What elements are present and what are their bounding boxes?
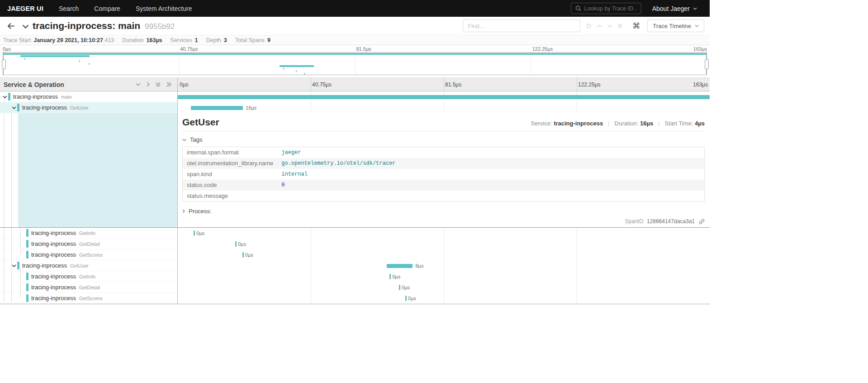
back-button[interactable] xyxy=(5,21,18,31)
span-duration-label: 16µs xyxy=(246,105,256,110)
span-bar[interactable] xyxy=(191,106,243,110)
span-row[interactable]: tracing-inprocess GetUser 8µs xyxy=(0,260,710,271)
detail-header: GetUser Service: tracing-inprocessDurati… xyxy=(182,117,705,128)
span-operation: GetScores xyxy=(79,252,103,258)
span-row-timeline[interactable]: 0µs xyxy=(178,239,710,249)
tag-row[interactable]: status.code 0 xyxy=(183,180,705,191)
tag-row[interactable]: otel.instrumentation_library.name go.ope… xyxy=(183,158,705,169)
span-bar[interactable] xyxy=(242,252,244,258)
span-bar[interactable] xyxy=(399,285,400,290)
span-id-row: SpanID: 128664147daca3a1 xyxy=(182,215,705,225)
minimap-span-bar xyxy=(3,53,707,55)
tag-row[interactable]: internal.span.format jaeger xyxy=(183,147,705,158)
tag-key: status.code xyxy=(183,180,278,191)
tag-row[interactable]: status.message xyxy=(183,191,705,201)
span-row[interactable]: tracing-inprocess GetUser 16µs xyxy=(0,102,710,113)
stat-value: 3 xyxy=(224,37,227,43)
span-row-timeline[interactable]: 8µs xyxy=(178,260,710,271)
clear-find-icon[interactable] xyxy=(615,24,625,28)
span-row[interactable]: tracing-inprocess GetScores 0µs xyxy=(0,249,710,260)
lookup-input[interactable] xyxy=(584,5,637,12)
span-row-left[interactable]: tracing-inprocess main xyxy=(0,91,178,102)
expander-chevron-icon[interactable] xyxy=(11,106,17,109)
stat-value: January 29 2021, 10:10:27 xyxy=(33,37,103,43)
detail-meta-item: Duration: 16µs xyxy=(603,120,653,127)
trace-view-selector[interactable]: Trace Timeline xyxy=(647,19,704,32)
collapse-all-icon[interactable] xyxy=(156,82,161,87)
detail-meta: Service: tracing-inprocessDuration: 16µs… xyxy=(531,117,705,127)
stat-label: Services xyxy=(171,37,192,43)
focus-match-icon[interactable] xyxy=(583,23,594,29)
collapse-one-icon[interactable] xyxy=(136,83,141,86)
span-operation: GetDetail xyxy=(79,241,100,247)
span-row-left[interactable]: tracing-inprocess GetScores xyxy=(0,293,178,304)
tag-value: go.opentelemetry.io/otel/sdk/tracer xyxy=(277,158,704,169)
span-row[interactable]: tracing-inprocess main xyxy=(0,91,710,102)
span-row[interactable]: tracing-inprocess GetDetail 0µs xyxy=(0,239,710,249)
span-row[interactable]: tracing-inprocess GetInfo 0µs xyxy=(0,228,710,239)
trace-stat: Duration163µs xyxy=(122,37,162,43)
find-input[interactable] xyxy=(463,19,580,32)
tags-section-header[interactable]: Tags xyxy=(182,136,705,143)
prev-match-icon[interactable] xyxy=(594,24,605,28)
stat-value: 9 xyxy=(267,37,270,43)
stat-label: Depth xyxy=(206,37,221,43)
detail-meta-label: Start Time: xyxy=(665,120,693,127)
trace-timeline: Service & Operation 0µs40.75µs81.5µs1 xyxy=(0,77,710,304)
minimap-canvas[interactable] xyxy=(3,52,707,75)
span-bar[interactable] xyxy=(405,296,407,301)
span-row-timeline[interactable]: 0µs xyxy=(178,249,710,260)
span-bar[interactable] xyxy=(194,230,195,236)
trace-collapse-toggle[interactable] xyxy=(22,24,29,29)
tags-table-body: internal.span.format jaeger otel.instrum… xyxy=(183,147,705,201)
next-match-icon[interactable] xyxy=(605,24,615,28)
jaeger-logo[interactable]: JAEGER UI xyxy=(7,5,43,12)
span-row-left[interactable]: tracing-inprocess GetScores xyxy=(0,249,178,260)
span-duration-label: 0µs xyxy=(392,274,400,279)
span-row-timeline[interactable] xyxy=(178,91,710,102)
trace-id-lookup[interactable] xyxy=(571,3,641,14)
span-bar[interactable] xyxy=(235,241,237,247)
nav-link[interactable]: Search xyxy=(59,5,79,12)
time-tick-label: 122.25µs xyxy=(532,46,553,52)
span-row-left[interactable]: tracing-inprocess GetUser xyxy=(0,102,178,113)
expander-chevron-icon[interactable] xyxy=(11,264,17,267)
tag-row[interactable]: span.kind internal xyxy=(183,169,705,180)
span-service: tracing-inprocess xyxy=(31,240,76,247)
span-row-left[interactable]: tracing-inprocess GetInfo xyxy=(0,271,178,282)
span-row-timeline[interactable]: 0µs xyxy=(178,282,710,293)
span-operation: main xyxy=(61,94,72,100)
minimap-right-scrubber[interactable] xyxy=(706,53,707,75)
span-service: tracing-inprocess xyxy=(31,251,76,258)
about-jaeger-menu[interactable]: About Jaeger xyxy=(652,5,697,12)
span-bar[interactable] xyxy=(387,264,413,268)
process-section-header[interactable]: Process: xyxy=(182,208,705,215)
keyboard-shortcuts-icon[interactable]: ⌘ xyxy=(632,22,640,30)
span-row[interactable]: tracing-inprocess GetScores 0µs xyxy=(0,293,710,304)
expand-all-icon[interactable] xyxy=(166,82,171,87)
deep-link-icon[interactable] xyxy=(699,219,705,225)
span-row-left[interactable]: tracing-inprocess GetInfo xyxy=(0,228,178,239)
span-row-timeline[interactable]: 0µs xyxy=(178,228,710,239)
span-row-left[interactable]: tracing-inprocess GetDetail xyxy=(0,282,178,293)
span-row[interactable]: tracing-inprocess GetInfo 0µs xyxy=(0,271,710,282)
expander-chevron-icon[interactable] xyxy=(2,96,8,98)
span-row-left[interactable]: tracing-inprocess GetDetail xyxy=(0,239,178,249)
span-row-timeline[interactable]: 0µs xyxy=(178,271,710,282)
detail-meta-value: tracing-inprocess xyxy=(554,120,603,127)
span-row[interactable]: tracing-inprocess GetDetail 0µs xyxy=(0,282,710,293)
chevron-down-icon xyxy=(182,139,186,141)
span-bar[interactable] xyxy=(178,95,710,99)
span-bar[interactable] xyxy=(389,274,391,279)
minimap-left-scrubber[interactable] xyxy=(3,53,4,75)
column-resizer[interactable] xyxy=(177,77,178,304)
span-service: tracing-inprocess xyxy=(22,262,67,269)
nav-link[interactable]: Compare xyxy=(94,5,120,12)
tags-section-title: Tags xyxy=(190,136,202,143)
span-duration-label: 0µs xyxy=(245,252,253,258)
expand-one-icon[interactable] xyxy=(147,82,150,87)
span-row-timeline[interactable]: 0µs xyxy=(178,293,710,304)
nav-link[interactable]: System Architecture xyxy=(136,5,192,12)
span-row-left[interactable]: tracing-inprocess GetUser xyxy=(0,260,178,271)
span-row-timeline[interactable]: 16µs xyxy=(178,102,710,113)
